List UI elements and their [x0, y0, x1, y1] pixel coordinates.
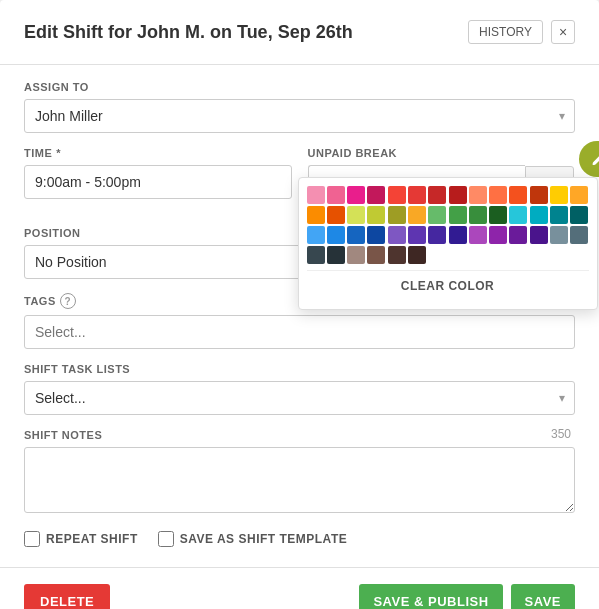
save-button[interactable]: SAVE — [511, 584, 575, 609]
color-cell[interactable] — [388, 226, 406, 244]
notes-wrapper: 350 — [24, 447, 575, 517]
color-cell[interactable] — [509, 226, 527, 244]
footer-actions: DELETE SAVE & PUBLISH SAVE — [24, 584, 575, 609]
color-cell[interactable] — [367, 186, 385, 204]
clear-color-button[interactable]: CLEAR COLOR — [307, 270, 589, 301]
color-cell[interactable] — [408, 206, 426, 224]
repeat-shift-checkbox[interactable] — [24, 531, 40, 547]
color-cell[interactable] — [347, 206, 365, 224]
color-cell[interactable] — [530, 186, 548, 204]
color-cell[interactable] — [428, 186, 446, 204]
color-cell[interactable] — [327, 226, 345, 244]
color-cell[interactable] — [388, 186, 406, 204]
delete-button[interactable]: DELETE — [24, 584, 110, 609]
assign-to-select-wrapper: John Miller ▾ — [24, 99, 575, 133]
color-cell[interactable] — [509, 186, 527, 204]
shift-notes-field: SHIFT NOTES 350 — [24, 429, 575, 517]
color-cell[interactable] — [530, 206, 548, 224]
color-cell[interactable] — [550, 206, 568, 224]
color-cell[interactable] — [347, 246, 365, 264]
color-cell[interactable] — [388, 246, 406, 264]
header-actions: HISTORY × — [468, 20, 575, 44]
color-cell[interactable] — [347, 186, 365, 204]
color-palette-popup: CLEAR COLOR — [298, 177, 598, 310]
color-cell[interactable] — [307, 246, 325, 264]
break-label: UNPAID BREAK — [308, 147, 576, 159]
shift-task-select-wrapper: Select... ▾ — [24, 381, 575, 415]
modal-header: Edit Shift for John M. on Tue, Sep 26th … — [24, 20, 575, 44]
save-template-label[interactable]: SAVE AS SHIFT TEMPLATE — [158, 531, 347, 547]
color-cell[interactable] — [367, 226, 385, 244]
color-cell[interactable] — [469, 206, 487, 224]
color-cell[interactable] — [509, 206, 527, 224]
color-cell[interactable] — [388, 206, 406, 224]
char-count: 350 — [551, 427, 571, 441]
color-cell[interactable] — [428, 226, 446, 244]
tags-help-icon[interactable]: ? — [60, 293, 76, 309]
header-divider — [0, 64, 599, 65]
color-cell[interactable] — [570, 226, 588, 244]
tags-input[interactable] — [24, 315, 575, 349]
time-field: TIME* — [24, 147, 292, 199]
close-button[interactable]: × — [551, 20, 575, 44]
color-cell[interactable] — [570, 186, 588, 204]
assign-to-label: ASSIGN TO — [24, 81, 575, 93]
color-cell[interactable] — [408, 246, 426, 264]
repeat-shift-label[interactable]: REPEAT SHIFT — [24, 531, 138, 547]
color-cell[interactable] — [469, 226, 487, 244]
color-cell[interactable] — [327, 206, 345, 224]
color-cell[interactable] — [408, 186, 426, 204]
color-grid — [307, 186, 589, 264]
assign-to-field: ASSIGN TO John Miller ▾ — [24, 81, 575, 133]
save-publish-button[interactable]: SAVE & PUBLISH — [359, 584, 502, 609]
checkbox-row: REPEAT SHIFT SAVE AS SHIFT TEMPLATE — [24, 531, 575, 547]
color-cell[interactable] — [327, 246, 345, 264]
color-cell[interactable] — [449, 226, 467, 244]
color-cell[interactable] — [449, 186, 467, 204]
color-cell[interactable] — [489, 226, 507, 244]
save-template-checkbox[interactable] — [158, 531, 174, 547]
color-cell[interactable] — [428, 206, 446, 224]
footer-divider — [0, 567, 599, 568]
time-break-row: TIME* UNPAID BREAK mins CLEAR COLOR — [24, 147, 575, 213]
color-cell[interactable] — [307, 186, 325, 204]
shift-task-select[interactable]: Select... — [24, 381, 575, 415]
right-actions: SAVE & PUBLISH SAVE — [359, 584, 575, 609]
color-cell[interactable] — [550, 186, 568, 204]
color-cell[interactable] — [530, 226, 548, 244]
edit-shift-modal: Edit Shift for John M. on Tue, Sep 26th … — [0, 0, 599, 609]
break-field: UNPAID BREAK mins CLEAR COLOR — [308, 147, 576, 199]
color-cell[interactable] — [307, 226, 325, 244]
color-cell[interactable] — [550, 226, 568, 244]
color-cell[interactable] — [449, 206, 467, 224]
color-cell[interactable] — [408, 226, 426, 244]
color-cell[interactable] — [469, 186, 487, 204]
color-cell[interactable] — [570, 206, 588, 224]
shift-task-label: SHIFT TASK LISTS — [24, 363, 575, 375]
color-swatch-button[interactable] — [579, 141, 599, 177]
color-cell[interactable] — [347, 226, 365, 244]
color-cell[interactable] — [489, 206, 507, 224]
assign-to-select[interactable]: John Miller — [24, 99, 575, 133]
color-cell[interactable] — [327, 186, 345, 204]
color-cell[interactable] — [367, 246, 385, 264]
shift-task-field: SHIFT TASK LISTS Select... ▾ — [24, 363, 575, 415]
color-cell[interactable] — [367, 206, 385, 224]
shift-notes-label: SHIFT NOTES — [24, 429, 575, 441]
modal-title: Edit Shift for John M. on Tue, Sep 26th — [24, 22, 353, 43]
time-label: TIME* — [24, 147, 292, 159]
color-cell[interactable] — [307, 206, 325, 224]
time-input[interactable] — [24, 165, 292, 199]
shift-notes-textarea[interactable] — [24, 447, 575, 513]
color-cell[interactable] — [489, 186, 507, 204]
history-button[interactable]: HISTORY — [468, 20, 543, 44]
